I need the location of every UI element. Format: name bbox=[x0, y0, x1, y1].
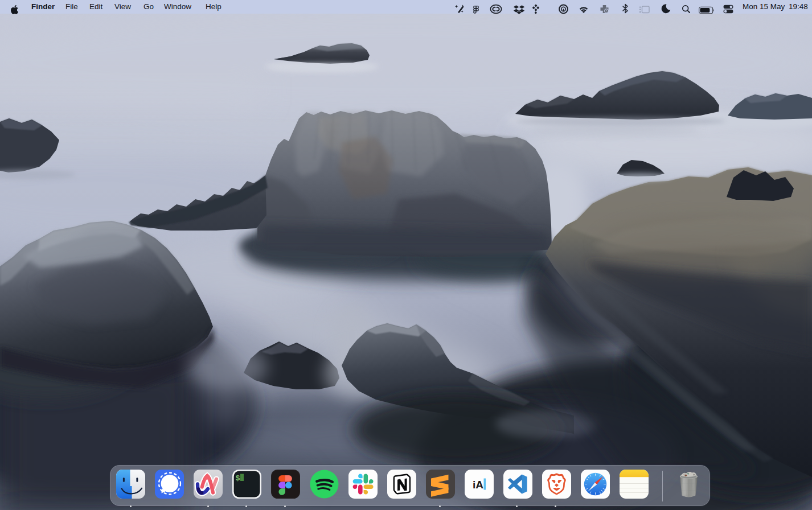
svg-text:iA: iA bbox=[473, 479, 483, 491]
svg-text:$: $ bbox=[236, 474, 240, 483]
